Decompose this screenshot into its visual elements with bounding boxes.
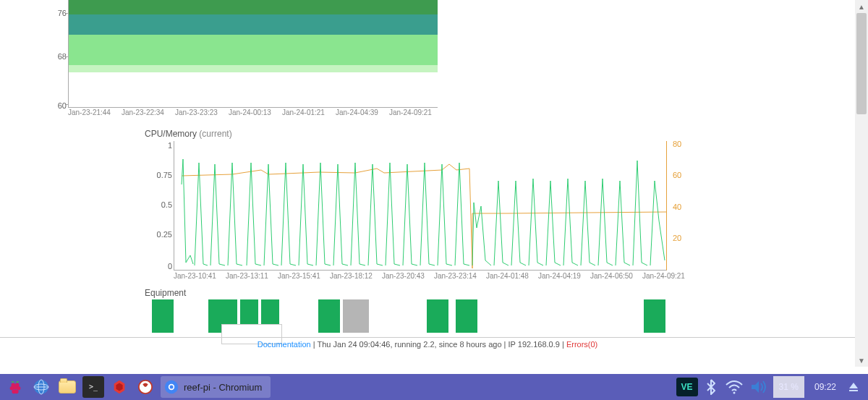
chart2-xtick: Jan-23-15:41 (278, 272, 320, 280)
footer-separator (0, 337, 855, 338)
chart1-xtick: Jan-24-09:21 (389, 108, 432, 116)
vnc-icon[interactable]: VE (676, 378, 698, 396)
chart2-ytick-right: 60 (673, 171, 690, 179)
bluetooth-icon[interactable] (702, 376, 720, 398)
scroll-up-arrow-icon[interactable]: ▲ (855, 0, 868, 13)
chart2-ytick-left: 0.75 (155, 171, 172, 179)
chart1-ytick: 60 (56, 101, 67, 110)
equipment-block (456, 299, 477, 333)
footer-status: Documentation | Thu Jan 24 09:04:46, run… (0, 340, 855, 354)
chart2-xtick: Jan-23-18:12 (330, 272, 373, 280)
svg-point-4 (13, 386, 17, 390)
chart1-ytick: 76 (56, 9, 67, 17)
chart2-ytick-right: 20 (673, 234, 690, 242)
svg-point-19 (733, 392, 735, 394)
chart2-xtick: Jan-23-10:41 (174, 272, 216, 280)
file-manager-icon[interactable] (56, 376, 78, 398)
cpu-memory-chart (174, 141, 667, 271)
equipment-block (427, 299, 448, 333)
chart2-ytick-left: 0.25 (155, 230, 172, 239)
footer-datetime: Thu Jan 24 09:04:46, (318, 340, 395, 349)
svg-point-6 (14, 390, 19, 394)
volume-icon[interactable] (749, 376, 769, 398)
documentation-link[interactable]: Documentation (258, 340, 311, 349)
equipment-title: Equipment (145, 288, 186, 298)
chart2-xtick: Jan-23-20:43 (382, 272, 425, 280)
footer-ip: IP 192.168.0.9 (509, 340, 560, 349)
chart1-xtick: Jan-23-22:34 (122, 108, 164, 116)
svg-rect-22 (849, 390, 858, 391)
chart1-xtick: Jan-23-21:44 (68, 108, 111, 116)
wifi-icon[interactable] (724, 376, 744, 398)
scroll-thumb[interactable] (856, 13, 867, 114)
cpu-memory-chart-title: CPU/Memory (current) (145, 129, 232, 139)
chromium-icon (163, 379, 179, 395)
chart2-xtick: Jan-24-06:50 (590, 272, 633, 280)
chart1-xtick: Jan-24-04:39 (336, 108, 378, 116)
temperature-chart: 76 68 60 Jan-23-21:44 Jan-23-22:34 Jan-2… (33, 0, 409, 123)
equipment-block (318, 299, 340, 333)
chart2-ytick-left: 0.5 (155, 200, 172, 209)
chart2-xtick: Jan-24-01:48 (486, 272, 529, 280)
battery-indicator[interactable]: 31 % (773, 376, 804, 398)
chart1-xtick: Jan-23-23:23 (175, 108, 218, 116)
svg-marker-21 (849, 383, 858, 388)
chart2-xtick: Jan-23-23:14 (434, 272, 477, 280)
taskbar: >_ reef-pi - Chromium VE 31 % (0, 374, 868, 400)
taskbar-app-chromium[interactable]: reef-pi - Chromium (161, 376, 271, 398)
taskbar-app-label: reef-pi - Chromium (184, 382, 262, 393)
equipment-block (644, 299, 665, 333)
equipment-block (152, 299, 174, 333)
chart1-ytick: 68 (56, 52, 67, 61)
chart2-ytick-left: 1 (155, 141, 172, 150)
web-browser-icon[interactable] (30, 376, 52, 398)
svg-point-3 (17, 386, 21, 391)
chart2-xtick: Jan-23-13:11 (226, 272, 268, 280)
chart2-ytick-right: 40 (673, 203, 690, 211)
app-icon[interactable] (135, 376, 156, 398)
chart2-xtick: Jan-24-04:19 (538, 272, 581, 280)
svg-point-18 (170, 386, 174, 389)
footer-uptime: since 8 hours ago (439, 340, 502, 349)
vertical-scrollbar[interactable]: ▲ ▼ (855, 0, 868, 367)
svg-marker-20 (752, 381, 759, 393)
equipment-block (343, 299, 369, 333)
chart2-xtick: Jan-24-09:21 (642, 272, 685, 280)
eject-icon[interactable] (846, 376, 861, 398)
raspberry-menu-icon[interactable] (4, 376, 26, 398)
mathematica-icon[interactable] (109, 376, 130, 398)
chart2-ytick-left: 0 (155, 262, 172, 271)
terminal-icon[interactable]: >_ (82, 376, 104, 398)
taskbar-clock[interactable]: 09:22 (809, 376, 842, 398)
scroll-down-arrow-icon[interactable]: ▼ (855, 354, 868, 367)
svg-text:>_: >_ (89, 383, 98, 391)
errors-link[interactable]: Errors(0) (566, 340, 597, 349)
chart2-ytick-right: 80 (673, 140, 690, 148)
svg-point-2 (10, 386, 14, 391)
chart1-xtick: Jan-24-01:21 (282, 108, 325, 116)
chart1-xtick: Jan-24-00:13 (229, 108, 271, 116)
footer-version: running 2.2, (395, 340, 439, 349)
page-content: 76 68 60 Jan-23-21:44 Jan-23-22:34 Jan-2… (0, 0, 855, 340)
